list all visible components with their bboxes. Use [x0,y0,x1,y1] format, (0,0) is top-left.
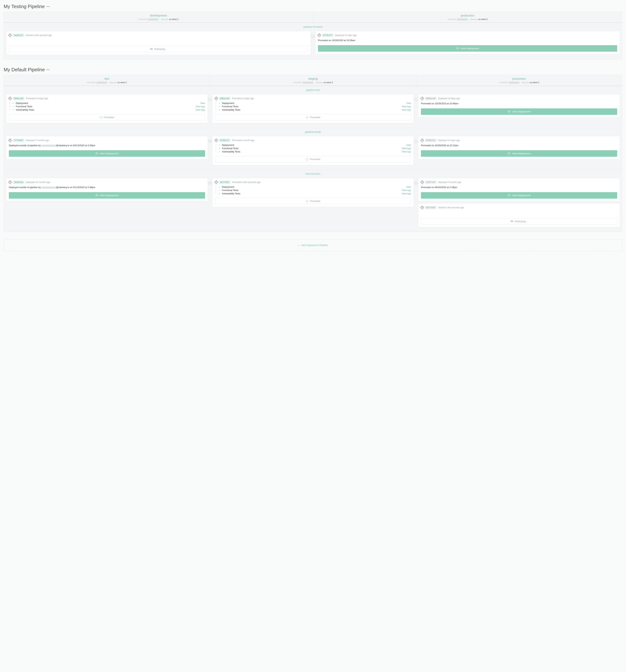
commit-sha[interactable]: 38a659a [13,181,24,184]
region-label: REGION [522,82,529,83]
connector-check-icon [311,34,315,38]
commit-sha[interactable]: d80ace0 [219,97,231,100]
card-header: d80ace0Promoted 14 days ago [215,97,411,100]
deployment-card: d80ace0Promoted 14 days ago✓DeploymentVi… [212,94,414,123]
commit-sha[interactable]: 335ffef [425,181,436,184]
account-meta: ACCOUNT [448,18,468,20]
stack-section: pipeline-tester377968fDeployed 7 months … [4,128,622,170]
stage-meta: ACCOUNTREGIONus-west-2 [313,18,622,21]
step-row: ✓DeploymentView [215,102,411,105]
pipeline-title: My Testing Pipeline [4,4,622,9]
stage-column: d80ace0Deployed 14 days agoPromoted on 1… [416,94,622,128]
deployment-card: 867f58fStarted a few seconds ago Deployi… [418,203,620,227]
view-logs-link[interactable]: View logs [402,147,411,150]
commit-icon [420,206,424,210]
check-icon: ✓ [219,186,221,188]
card-body: Deployed outside of pipeline by @stacker… [9,186,205,189]
view-deployment-button[interactable]: View Deployment [421,109,617,115]
add-pipeline-button[interactable]: +Add Deployment Pipeline [4,239,622,251]
redacted-account [509,82,519,83]
commit-sha[interactable]: d80ace0 [13,97,24,100]
status-text: Deployed 7 months ago [26,139,49,142]
spinner-icon [511,220,513,222]
view-logs-link[interactable]: View logs [402,150,411,153]
deployment-card: d80ace0Promoted 14 days ago✓DeploymentVi… [6,94,208,123]
deployment-card: 335ffefDeployed 5 months agoPromoted on … [418,178,620,201]
deployment-card: 6f0b212Deployed 14 days agoPromoted on 1… [418,136,620,160]
region-label: REGION [316,82,323,83]
view-logs-link[interactable]: View logs [402,105,411,108]
step-name: Functional Tests [222,105,402,108]
view-link[interactable]: View [200,102,205,104]
eye-icon [508,111,510,113]
view-logs-link[interactable]: View logs [196,105,205,108]
commit-sha[interactable]: d80ace0 [425,97,436,100]
account-label: ACCOUNT [138,18,147,20]
stack-name[interactable]: pipeline-test [4,86,622,94]
commit-icon [215,97,218,100]
card-header: d80ace0Promoted 14 days ago [9,97,205,100]
status-text: Deployed 14 days ago [335,34,357,37]
redacted-email [41,187,56,189]
commit-icon [420,181,424,184]
view-link[interactable]: View [406,102,411,104]
more-icon[interactable] [47,69,49,70]
card-body: Deployed outside of pipeline by @stacker… [9,144,205,147]
promoted-check-icon: ✓ [306,200,308,202]
view-logs-link[interactable]: View logs [402,109,411,111]
stage-header: stagingACCOUNTREGIONus-west-2 [210,75,416,86]
check-icon: ✓ [12,102,14,104]
commit-sha[interactable]: 6f0b212 [219,139,231,142]
stack-name[interactable]: lone-function [4,170,622,178]
commit-icon [8,33,12,37]
status-text: Promoted 14 days ago [232,97,254,100]
step-row: ✓DeploymentView [9,102,205,105]
view-logs-link[interactable]: View logs [402,192,411,195]
card-header: 867f58fPromoted a few seconds ago [215,181,411,184]
more-icon[interactable] [47,6,49,7]
view-logs-link[interactable]: View logs [402,189,411,192]
plus-icon: + [298,244,300,247]
region-value: us-west-2 [530,81,539,84]
commit-sha[interactable]: 6f0b212 [425,139,436,142]
region-value: us-west-2 [323,81,333,84]
view-deployment-button[interactable]: View Deployment [421,150,617,157]
card-body: Promoted on 06/16/2020 at 2:29pm [421,186,617,189]
stack-name[interactable]: pipeline-tester [4,128,622,136]
view-deployment-button[interactable]: View Deployment [421,192,617,198]
step-name: Vulnerability Tests [222,109,402,111]
commit-sha[interactable]: 377968f [13,139,24,142]
commit-icon [8,97,12,100]
status-text: Deployed 14 days ago [438,139,460,142]
promoted-button: ✓Promoted [215,114,411,121]
steps-list: ✓DeploymentView✓Functional TestsView log… [215,143,411,153]
commit-sha[interactable]: 867f58f [219,181,231,184]
card-body: Promoted on 10/29/2020 at 10:13am [421,144,617,147]
card-header: 377968fDeployed 7 months ago [9,139,205,142]
check-icon: ✓ [219,102,221,104]
view-link[interactable]: View [406,144,411,146]
commit-sha[interactable]: df7b1f7 [322,33,333,37]
view-deployment-button[interactable]: View Deployment [9,150,205,157]
region-meta: REGIONus-west-2 [109,81,127,84]
region-label: REGION [470,19,477,20]
view-deployment-button[interactable]: View Deployment [9,192,205,198]
stage-meta: ACCOUNTREGIONus-west-2 [4,81,210,84]
redacted-account [303,82,313,83]
step-name: Functional Tests [16,105,196,108]
stage-column: d80ace0Promoted 14 days ago✓DeploymentVi… [210,94,416,128]
stack-name[interactable]: pipeline-frontend [4,23,622,31]
step-row: ✓Vulnerability TestsView logs [215,150,411,153]
promoted-check-icon: ✓ [306,158,308,161]
commit-sha[interactable]: ee691d7 [13,33,24,37]
region-value: us-west-2 [478,18,488,21]
view-logs-link[interactable]: View logs [196,109,205,111]
commit-sha[interactable]: 867f58f [425,206,436,209]
steps-list: ✓DeploymentView✓Functional TestsView log… [215,102,411,112]
check-icon: ✓ [219,147,221,150]
view-link[interactable]: View [406,186,411,188]
step-name: Vulnerability Tests [222,150,402,153]
view-deployment-button[interactable]: View Deployment [318,45,617,52]
card-header: df7b1f7Deployed 14 days ago [318,33,617,37]
account-label: ACCOUNT [499,81,508,83]
